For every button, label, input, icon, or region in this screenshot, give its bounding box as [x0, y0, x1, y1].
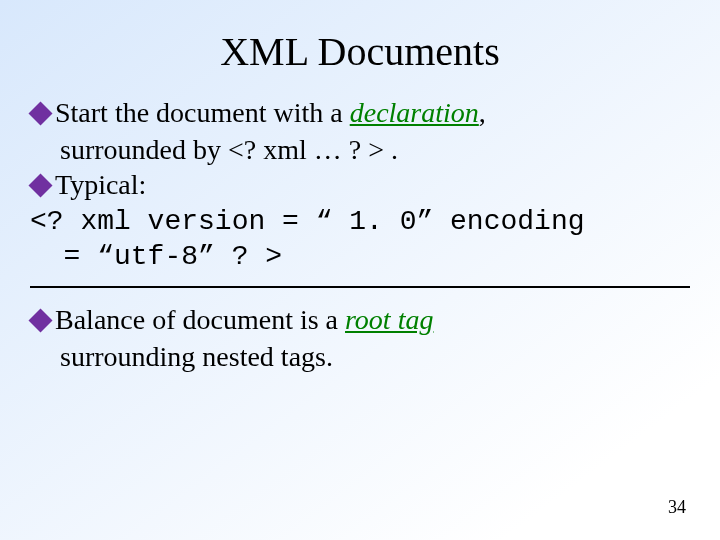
bullet-1-text: Start the document with a declaration, [55, 95, 690, 130]
bullet-3: Balance of document is a root tag [30, 302, 690, 337]
bullet-3-cont: surrounding nested tags. [30, 339, 690, 374]
bullet-2-text: Typical: [55, 167, 690, 202]
code-line-1: <? xml version = “ 1. 0” encoding [30, 204, 690, 239]
code-line-2: = “utf-8” ? > [30, 239, 690, 274]
bullet-1: Start the document with a declaration, [30, 95, 690, 130]
bullet-2: Typical: [30, 167, 690, 202]
b1-em: declaration [350, 97, 479, 128]
page-number: 34 [668, 497, 686, 518]
divider [30, 286, 690, 288]
b3-em: root tag [345, 304, 433, 335]
diamond-icon [28, 308, 52, 332]
b1-part-a: Start the document with a [55, 97, 350, 128]
diamond-icon [28, 173, 52, 197]
slide: XML Documents Start the document with a … [0, 0, 720, 540]
b3-part-a: Balance of document is a [55, 304, 345, 335]
b1-part-b: , [479, 97, 486, 128]
diamond-icon [28, 101, 52, 125]
slide-body: Start the document with a declaration, s… [0, 85, 720, 374]
bullet-1-cont: surrounded by <? xml … ? > . [30, 132, 690, 167]
slide-title: XML Documents [0, 0, 720, 85]
bullet-3-text: Balance of document is a root tag [55, 302, 690, 337]
